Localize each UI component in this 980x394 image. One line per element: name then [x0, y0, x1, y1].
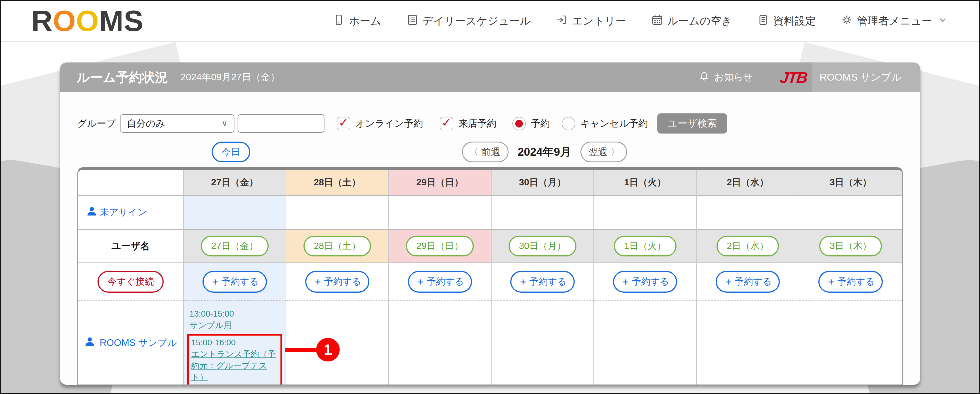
- day-cell: [492, 301, 594, 384]
- visit-reservation-checkbox[interactable]: ✓: [440, 117, 453, 130]
- date-pill-cell: 2日（水）: [697, 230, 799, 263]
- row-label-user[interactable]: ROOMS サンプル: [78, 301, 184, 384]
- reserve-button-label: 予約する: [324, 276, 361, 288]
- reserve-button-label: 予約する: [632, 276, 669, 288]
- user-search-button[interactable]: ユーザ検索: [657, 113, 727, 134]
- reserved-radio-label: 予約: [531, 117, 550, 130]
- reserve-cell: ＋予約する: [389, 263, 492, 301]
- nav-item-entry[interactable]: エントリー: [556, 14, 626, 28]
- column-header-day: 30日（月）: [492, 170, 594, 196]
- reserved-radio[interactable]: [512, 117, 526, 130]
- reservation-time: 15:00-16:00: [191, 337, 278, 348]
- check-icon: ✓: [339, 116, 348, 129]
- highlighted-reservation: 15:00-16:00 エントランス予約（予約元：グループテスト）: [187, 334, 282, 384]
- date-pill[interactable]: 3日（木）: [819, 236, 882, 257]
- week-navigation: 今日 〈 前週 2024年9月 翌週 〉: [77, 142, 903, 163]
- date-pill[interactable]: 30日（月）: [509, 236, 576, 257]
- reserve-button[interactable]: ＋予約する: [510, 271, 575, 293]
- reserve-button[interactable]: ＋予約する: [408, 271, 473, 293]
- nav-item-daily-schedule[interactable]: デイリースケジュール: [407, 14, 531, 28]
- cancel-reservation-radio[interactable]: [562, 117, 575, 130]
- reservation-day-cell: 13:00-15:00 サンプル用 15:00-16:00 エントランス予約（予…: [184, 301, 286, 384]
- page-title: ルーム予約状況: [77, 69, 168, 86]
- day-cell: [389, 196, 492, 230]
- chevron-left-icon: 〈: [470, 147, 478, 158]
- nav-item-label: ルームの空き: [667, 14, 732, 28]
- column-header-day: 27日（金）: [184, 170, 286, 196]
- day-cell: [594, 196, 697, 230]
- user-name-header-cell: ユーザ名: [78, 230, 184, 263]
- visit-reservation-label: 来店予約: [458, 117, 496, 130]
- nav-item-document-settings[interactable]: 資料設定: [757, 14, 816, 28]
- jtb-logo: JTB: [779, 69, 808, 86]
- nav-item-room-availability[interactable]: ルームの空き: [652, 14, 732, 28]
- date-pill-cell: 29日（日）: [389, 230, 492, 263]
- next-week-button[interactable]: 翌週 〉: [581, 142, 627, 162]
- day-cell: [799, 196, 902, 230]
- column-header-day: 29日（日）: [389, 170, 492, 196]
- reserve-cell: ＋予約する: [697, 263, 799, 301]
- nav-item-label: 資料設定: [773, 14, 816, 28]
- nav-item-home[interactable]: ホーム: [333, 14, 382, 28]
- reservation-link[interactable]: サンプル用: [189, 319, 280, 331]
- date-pill-cell: 30日（月）: [492, 230, 594, 263]
- logo-letter: M: [99, 4, 124, 38]
- notice-button[interactable]: お知らせ: [699, 71, 753, 84]
- reserve-button-label: 予約する: [427, 276, 464, 288]
- group-select[interactable]: 自分のみ ∨: [120, 114, 234, 133]
- date-pill[interactable]: 27日（金）: [201, 236, 269, 257]
- card-header: ルーム予約状況 2024年09月27日（金） お知らせ JTB ROOMS サン…: [60, 62, 920, 92]
- reserve-cell: ＋予約する: [184, 263, 286, 301]
- card-body: グループ 自分のみ ∨ ✓ オンライン予約 ✓ 来店予約 予約: [60, 114, 920, 385]
- document-settings-icon: [757, 14, 769, 28]
- today-button[interactable]: 今日: [212, 142, 250, 162]
- reserve-button[interactable]: ＋予約する: [305, 271, 370, 293]
- reserve-button[interactable]: ＋予約する: [613, 271, 678, 293]
- reserve-button-label: 予約する: [735, 276, 772, 288]
- column-header-day: 2日（水）: [697, 170, 799, 196]
- connect-now-button[interactable]: 今すぐ接続: [97, 271, 164, 293]
- logo-letter: O: [53, 4, 76, 38]
- date-pill[interactable]: 28日（土）: [304, 236, 371, 257]
- online-reservation-label: オンライン予約: [356, 117, 423, 130]
- account-menu[interactable]: ROOMS サンプル: [812, 62, 920, 92]
- bell-icon: [699, 71, 710, 84]
- filter-row: グループ 自分のみ ∨ ✓ オンライン予約 ✓ 来店予約 予約: [77, 114, 903, 133]
- nav-item-label: デイリースケジュール: [423, 14, 531, 28]
- reserve-button-label: 予約する: [837, 276, 875, 288]
- day-cell: [594, 301, 697, 384]
- keyword-input[interactable]: [238, 114, 325, 133]
- group-label: グループ: [77, 117, 116, 130]
- reservation-link[interactable]: エントランス予約（予約元：グループテスト）: [191, 348, 278, 383]
- date-pill-cell: 28日（土）: [286, 230, 389, 263]
- month-label: 2024年9月: [518, 144, 571, 160]
- row-label-unassigned[interactable]: 未アサイン: [78, 196, 184, 230]
- online-reservation-checkbox[interactable]: ✓: [337, 117, 350, 130]
- plus-icon: ＋: [724, 276, 733, 288]
- rooms-logo[interactable]: R O O M S: [31, 4, 143, 38]
- notice-label: お知らせ: [714, 71, 753, 84]
- reserve-button[interactable]: ＋予約する: [818, 271, 883, 293]
- content-area: ルーム予約状況 2024年09月27日（金） お知らせ JTB ROOMS サン…: [1, 42, 979, 393]
- reserve-button-label: 予約する: [221, 276, 259, 288]
- current-date: 2024年09月27日（金）: [181, 71, 280, 84]
- reservation-time: 13:00-15:00: [189, 308, 280, 319]
- date-pill[interactable]: 2日（水）: [716, 236, 779, 257]
- date-pill-cell: 3日（木）: [799, 230, 902, 263]
- reserve-button[interactable]: ＋予約する: [716, 271, 780, 293]
- reservation-status-card: ルーム予約状況 2024年09月27日（金） お知らせ JTB ROOMS サン…: [60, 62, 920, 385]
- date-pill[interactable]: 29日（日）: [406, 236, 474, 257]
- check-icon: ✓: [442, 116, 452, 129]
- plus-icon: ＋: [210, 276, 220, 288]
- reserve-button[interactable]: ＋予約する: [202, 271, 267, 293]
- plus-icon: ＋: [621, 276, 630, 288]
- day-cell: [286, 196, 389, 230]
- reserve-cell: ＋予約する: [594, 263, 697, 301]
- nav-item-admin-menu[interactable]: 管理者メニュー: [841, 14, 947, 28]
- room-availability-icon: [652, 14, 663, 28]
- reserve-cell: ＋予約する: [492, 263, 594, 301]
- column-header-day: 28日（土）: [286, 170, 389, 196]
- prev-week-button[interactable]: 〈 前週: [462, 142, 509, 162]
- plus-icon: ＋: [416, 276, 425, 288]
- date-pill[interactable]: 1日（火）: [614, 236, 676, 257]
